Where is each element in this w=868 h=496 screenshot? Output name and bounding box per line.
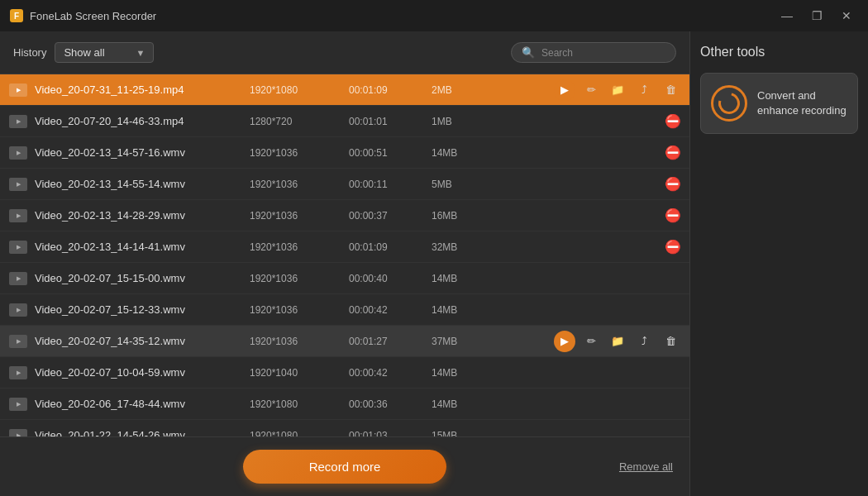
- table-row[interactable]: Video_20-02-07_15-15-00.wmv1920*103600:0…: [0, 263, 689, 294]
- share-button[interactable]: ⤴: [633, 79, 655, 101]
- folder-button[interactable]: 📁: [607, 331, 628, 352]
- share-button[interactable]: ⤴: [633, 331, 655, 352]
- table-row[interactable]: Video_20-02-13_14-14-41.wmv1920*103600:0…: [0, 231, 689, 263]
- recording-duration: 00:01:09: [349, 84, 432, 96]
- app-icon: F: [10, 9, 23, 22]
- remove-all-button[interactable]: Remove all: [619, 460, 673, 473]
- recording-resolution: 1920*1080: [250, 398, 349, 410]
- recordings-list: Video_20-07-31_11-25-19.mp41920*108000:0…: [0, 74, 689, 436]
- recording-resolution: 1920*1036: [250, 210, 349, 222]
- recording-size: 16MB: [432, 210, 498, 222]
- recording-name: Video_20-02-13_14-28-29.wmv: [35, 209, 250, 222]
- table-row[interactable]: Video_20-07-31_11-25-19.mp41920*108000:0…: [0, 74, 689, 106]
- recording-size: 2MB: [432, 84, 498, 96]
- recording-name: Video_20-07-20_14-46-33.mp4: [35, 115, 250, 127]
- play-button[interactable]: ▶: [554, 331, 575, 352]
- recording-resolution: 1920*1036: [250, 273, 349, 284]
- recording-duration: 00:01:27: [349, 336, 432, 347]
- table-row[interactable]: Video_20-02-07_10-04-59.wmv1920*104000:0…: [0, 357, 689, 389]
- recording-duration: 00:00:42: [349, 367, 432, 379]
- video-file-icon: [8, 80, 28, 100]
- video-file-icon: [8, 174, 28, 194]
- edit-button[interactable]: ✏: [580, 331, 602, 352]
- recording-duration: 00:00:11: [349, 179, 432, 190]
- video-file-icon: [8, 300, 28, 320]
- row-actions: ⛔: [498, 207, 681, 223]
- play-button[interactable]: ▶: [554, 79, 575, 101]
- recording-size: 14MB: [432, 304, 498, 316]
- recording-resolution: 1920*1080: [250, 430, 349, 437]
- history-label: History: [13, 46, 46, 59]
- main-layout: History Show all ▼ 🔍 Video_20-07-31_11-2…: [0, 31, 868, 496]
- recording-resolution: 1920*1036: [250, 179, 349, 190]
- minimize-button[interactable]: —: [775, 7, 799, 25]
- recording-size: 14MB: [432, 147, 498, 159]
- row-actions: ⛔: [498, 113, 681, 129]
- video-file-icon: [8, 237, 28, 257]
- recording-resolution: 1920*1036: [250, 336, 349, 347]
- recording-resolution: 1920*1036: [250, 241, 349, 253]
- table-row[interactable]: Video_20-02-13_14-28-29.wmv1920*103600:0…: [0, 200, 689, 231]
- recording-size: 14MB: [432, 367, 498, 379]
- toolbar: History Show all ▼ 🔍: [0, 31, 689, 74]
- title-bar: F FoneLab Screen Recorder — ❐ ✕: [0, 0, 868, 31]
- table-row[interactable]: Video_20-02-13_14-55-14.wmv1920*103600:0…: [0, 169, 689, 200]
- row-actions: ⛔: [498, 145, 681, 160]
- recording-name: Video_20-02-07_15-12-33.wmv: [35, 303, 250, 316]
- table-row[interactable]: Video_20-02-06_17-48-44.wmv1920*108000:0…: [0, 389, 689, 420]
- error-icon: ⛔: [665, 145, 681, 160]
- recording-resolution: 1280*720: [250, 116, 349, 127]
- recording-name: Video_20-01-22_14-54-26.wmv: [35, 429, 250, 436]
- window-controls: — ❐ ✕: [775, 7, 858, 25]
- recording-size: 5MB: [432, 179, 498, 190]
- video-file-icon: [8, 112, 28, 131]
- table-row[interactable]: Video_20-07-20_14-46-33.mp41280*72000:01…: [0, 106, 689, 137]
- video-file-icon: [8, 331, 28, 351]
- folder-button[interactable]: 📁: [607, 79, 628, 101]
- record-more-button[interactable]: Record more: [243, 450, 447, 484]
- delete-button[interactable]: 🗑: [660, 79, 681, 101]
- recording-name: Video_20-02-07_14-35-12.wmv: [35, 335, 250, 347]
- recording-size: 15MB: [432, 430, 498, 437]
- table-row[interactable]: Video_20-02-07_15-12-33.wmv1920*103600:0…: [0, 294, 689, 326]
- other-tools-title: Other tools: [700, 45, 858, 60]
- bottom-bar: Record more Remove all: [0, 436, 689, 496]
- row-actions: ▶✏📁⤴🗑: [498, 331, 681, 352]
- recording-resolution: 1920*1080: [250, 84, 349, 96]
- left-panel: History Show all ▼ 🔍 Video_20-07-31_11-2…: [0, 31, 690, 496]
- recording-resolution: 1920*1040: [250, 367, 349, 379]
- chevron-down-icon: ▼: [136, 48, 145, 58]
- recording-size: 37MB: [432, 336, 498, 347]
- error-icon: ⛔: [665, 176, 681, 192]
- recording-duration: 00:00:36: [349, 398, 432, 410]
- recording-duration: 00:01:03: [349, 430, 432, 437]
- delete-button[interactable]: 🗑: [660, 331, 681, 352]
- video-file-icon: [8, 363, 28, 383]
- recording-name: Video_20-02-07_10-04-59.wmv: [35, 366, 250, 379]
- error-icon: ⛔: [665, 113, 681, 129]
- recording-name: Video_20-07-31_11-25-19.mp4: [35, 83, 250, 96]
- recording-duration: 00:00:40: [349, 273, 432, 284]
- recording-size: 1MB: [432, 116, 498, 127]
- recording-name: Video_20-02-13_14-55-14.wmv: [35, 178, 250, 190]
- filter-dropdown[interactable]: Show all ▼: [55, 42, 154, 63]
- error-icon: ⛔: [665, 239, 681, 255]
- table-row[interactable]: Video_20-01-22_14-54-26.wmv1920*108000:0…: [0, 420, 689, 436]
- recording-duration: 00:00:37: [349, 210, 432, 222]
- app-title: FoneLab Screen Recorder: [30, 10, 775, 22]
- video-file-icon: [8, 206, 28, 226]
- table-row[interactable]: Video_20-02-07_14-35-12.wmv1920*103600:0…: [0, 326, 689, 357]
- table-row[interactable]: Video_20-02-13_14-57-16.wmv1920*103600:0…: [0, 137, 689, 169]
- search-input[interactable]: [541, 47, 665, 59]
- recording-name: Video_20-02-06_17-48-44.wmv: [35, 398, 250, 410]
- recording-size: 32MB: [432, 241, 498, 253]
- close-button[interactable]: ✕: [835, 7, 858, 25]
- search-box: 🔍: [511, 42, 676, 63]
- video-file-icon: [8, 426, 28, 437]
- edit-button[interactable]: ✏: [580, 79, 602, 101]
- recording-name: Video_20-02-07_15-15-00.wmv: [35, 272, 250, 284]
- maximize-button[interactable]: ❐: [805, 7, 828, 25]
- convert-enhance-tool[interactable]: Convert and enhance recording: [700, 73, 858, 134]
- video-file-icon: [8, 394, 28, 414]
- row-actions: ⛔: [498, 239, 681, 255]
